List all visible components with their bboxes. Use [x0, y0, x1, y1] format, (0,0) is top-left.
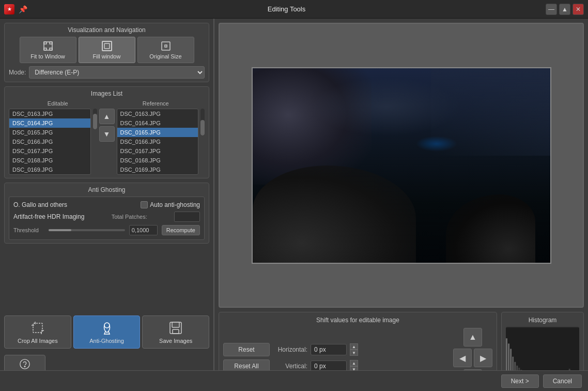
- threshold-slider[interactable]: [49, 229, 125, 231]
- fit-to-window-icon: [42, 40, 54, 52]
- crop-all-button[interactable]: Crop All Images: [4, 315, 71, 349]
- vertical-label: Vertical:: [274, 363, 307, 370]
- horizontal-label: Horizontal:: [274, 346, 307, 353]
- images-list-section: Images List Editable Reference DSC_0163.…: [4, 86, 209, 178]
- svg-point-9: [104, 323, 110, 328]
- svg-rect-19: [506, 338, 507, 375]
- anti-ghosting-label: Anti-Ghosting: [89, 338, 124, 344]
- reference-item-6[interactable]: DSC_0169.JPG: [117, 165, 198, 174]
- svg-rect-15: [173, 329, 179, 334]
- provider-label: O. Gallo and others: [13, 201, 67, 208]
- reference-item-4[interactable]: DSC_0167.JPG: [117, 146, 198, 156]
- reference-col-label: Reference: [115, 100, 197, 107]
- horizontal-down-arrow[interactable]: ▼: [350, 350, 358, 356]
- fill-window-button[interactable]: Fill window: [79, 37, 135, 63]
- shift-title: Shift values for editable image: [223, 317, 492, 324]
- fill-window-label: Fill window: [93, 53, 121, 59]
- svg-rect-3: [162, 42, 170, 50]
- maximize-button[interactable]: ▲: [559, 4, 570, 15]
- right-panel: Shift values for editable image Reset Re…: [214, 19, 588, 391]
- nav-right-button[interactable]: ▶: [474, 349, 492, 367]
- hdri-label: Artifact-free HDR Imaging: [13, 213, 84, 220]
- list-down-button[interactable]: ▼: [99, 126, 115, 142]
- visualization-title: Visualization and Navigation: [9, 26, 205, 34]
- crop-all-icon: [30, 320, 45, 336]
- editable-item-6[interactable]: DSC_0169.JPG: [9, 165, 90, 174]
- cancel-button[interactable]: Cancel: [543, 374, 582, 388]
- window-title: Editing Tools: [27, 5, 546, 13]
- histogram-title: Histogram: [506, 317, 579, 324]
- list-nav-controls: ▲ ▼: [99, 109, 115, 142]
- reference-list: DSC_0163.JPG DSC_0164.JPG DSC_0165.JPG D…: [117, 109, 199, 175]
- anti-ghosting-title: Anti Ghosting: [9, 186, 205, 193]
- image-canvas: [252, 67, 551, 264]
- list-up-button[interactable]: ▲: [99, 109, 115, 124]
- reference-scrollbar[interactable]: [200, 109, 205, 136]
- bottom-actions: Crop All Images Anti-Ghosting Sa: [4, 315, 209, 349]
- reference-item-2[interactable]: DSC_0165.JPG: [117, 128, 198, 137]
- editable-scrollbar[interactable]: [93, 109, 97, 129]
- horizontal-up-arrow[interactable]: ▲: [350, 343, 358, 350]
- patches-value: [174, 212, 200, 222]
- svg-rect-0: [44, 42, 52, 50]
- editable-col-label: Editable: [17, 100, 99, 107]
- svg-rect-2: [104, 43, 110, 49]
- reference-item-3[interactable]: DSC_0166.JPG: [117, 137, 198, 146]
- reference-item-5[interactable]: DSC_0168.JPG: [117, 156, 198, 165]
- editable-item-2[interactable]: DSC_0165.JPG: [9, 128, 90, 137]
- anti-ghosting-section: Anti Ghosting O. Gallo and others Auto a…: [4, 183, 209, 244]
- horizontal-spinner: ▲ ▼: [350, 343, 358, 356]
- threshold-input[interactable]: [129, 225, 158, 235]
- histogram-chart: [506, 327, 579, 376]
- save-images-button[interactable]: Save Images: [142, 315, 209, 349]
- footer-bar: Next > Cancel: [0, 370, 588, 391]
- title-bar: ★ 📌 Editing Tools — ▲ ✕: [0, 0, 588, 19]
- editable-item-4[interactable]: DSC_0167.JPG: [9, 146, 90, 156]
- histogram-canvas: [506, 327, 579, 376]
- crop-all-label: Crop All Images: [18, 338, 58, 344]
- app-icon: ★: [4, 4, 14, 14]
- svg-point-16: [20, 359, 29, 369]
- editable-list: DSC_0163.JPG DSC_0164.JPG DSC_0165.JPG D…: [9, 109, 91, 175]
- fill-window-icon: [101, 40, 113, 52]
- vertical-up-arrow[interactable]: ▲: [350, 360, 358, 366]
- svg-rect-4: [33, 323, 42, 333]
- left-panel: Visualization and Navigation Fit to Wind…: [0, 19, 214, 391]
- reset-button[interactable]: Reset: [223, 343, 270, 356]
- save-images-icon: [168, 320, 183, 336]
- minimize-button[interactable]: —: [546, 4, 557, 15]
- reference-item-0[interactable]: DSC_0163.JPG: [117, 109, 198, 118]
- editable-item-3[interactable]: DSC_0166.JPG: [9, 137, 90, 146]
- visualization-section: Visualization and Navigation Fit to Wind…: [4, 23, 209, 82]
- image-preview: [219, 23, 584, 308]
- pin-icon[interactable]: 📌: [19, 5, 27, 13]
- editable-item-1[interactable]: DSC_0164.JPG: [9, 118, 90, 128]
- images-list-title: Images List: [9, 90, 205, 97]
- mode-select[interactable]: Difference (E-P): [29, 66, 205, 79]
- whats-this-icon: [19, 358, 30, 370]
- original-size-icon: [160, 40, 172, 52]
- original-size-label: Original Size: [149, 53, 181, 59]
- original-size-button[interactable]: Original Size: [137, 37, 194, 63]
- next-button[interactable]: Next >: [501, 374, 539, 388]
- editable-item-0[interactable]: DSC_0163.JPG: [9, 109, 90, 118]
- svg-rect-1: [102, 41, 112, 51]
- auto-ghosting-checkbox[interactable]: [141, 201, 148, 208]
- svg-point-17: [24, 366, 25, 367]
- close-button[interactable]: ✕: [572, 4, 584, 15]
- editable-item-5[interactable]: DSC_0168.JPG: [9, 156, 90, 165]
- reference-item-1[interactable]: DSC_0164.JPG: [117, 118, 198, 128]
- anti-ghosting-button[interactable]: Anti-Ghosting: [73, 315, 141, 349]
- anti-ghosting-icon: [99, 320, 115, 336]
- nav-left-button[interactable]: ◀: [453, 349, 472, 367]
- total-patches-label: Total Patches:: [112, 214, 147, 220]
- fit-to-window-button[interactable]: Fit to Window: [20, 37, 76, 63]
- fit-to-window-label: Fit to Window: [30, 53, 65, 59]
- auto-ghosting-label: Auto anti-ghosting: [150, 201, 200, 208]
- recompute-button[interactable]: Recompute: [162, 225, 200, 235]
- horizontal-input[interactable]: [311, 344, 347, 355]
- svg-rect-14: [172, 322, 179, 327]
- mode-label: Mode:: [9, 69, 26, 76]
- nav-up-button[interactable]: ▲: [463, 328, 482, 347]
- save-images-label: Save Images: [159, 338, 192, 344]
